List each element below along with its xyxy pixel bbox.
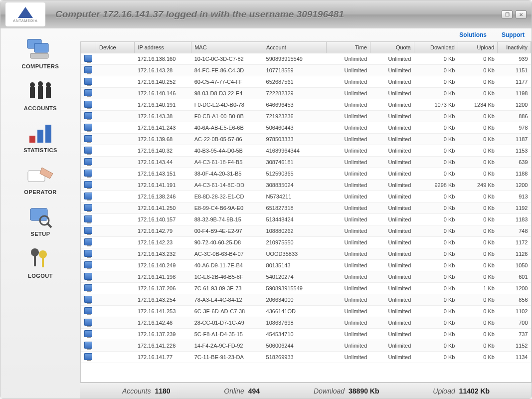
cell-quota: Unlimited	[370, 236, 414, 248]
cell-device	[96, 317, 135, 328]
cell-ip: 172.16.141.250	[135, 202, 191, 213]
cell-time: Unlimited	[326, 259, 370, 271]
table-row[interactable]: 172.16.137.2395C-F8-A1-D4-35-15454534710…	[81, 328, 531, 340]
cell-download: 0 Kb	[414, 202, 458, 213]
cell-upload: 0 Kb	[458, 64, 497, 76]
table-row[interactable]: 172.16.143.15138-0F-4A-20-31-B5512590365…	[81, 168, 531, 179]
cell-upload: 0 Kb	[458, 328, 497, 340]
table-row[interactable]: 172.16.142.4628-CC-01-D7-1C-A9108637698U…	[81, 317, 531, 328]
cell-icon	[81, 328, 96, 340]
table-row[interactable]: 172.16.141.22614-F4-2A-9C-FD-92506006244…	[81, 340, 531, 351]
cell-mac: 14-F4-2A-9C-FD-92	[191, 340, 263, 351]
table-row[interactable]: 172.16.143.232AC-3C-0B-63-B4-07UOOD35833…	[81, 248, 531, 259]
cell-ip: 172.16.142.79	[135, 225, 191, 236]
table-row[interactable]: 172.16.138.246E8-8D-28-32-E1-CDN5734211U…	[81, 191, 531, 202]
support-link[interactable]: Support	[502, 31, 525, 38]
table-row[interactable]: 172.16.141.2536C-3E-6D-AD-C7-384366141OD…	[81, 305, 531, 317]
sidebar-item-computers[interactable]: COMPUTERS	[0, 35, 80, 71]
cell-device	[96, 145, 135, 156]
sidebar-item-operator[interactable]: OPERATOR	[0, 161, 80, 197]
col-account[interactable]: Account	[263, 42, 327, 53]
cell-icon	[81, 305, 96, 317]
cell-download: 0 Kb	[414, 122, 458, 133]
table-row[interactable]: 172.16.140.14698-03-D8-D3-22-E4722282329…	[81, 87, 531, 99]
col-device[interactable]: Device	[96, 42, 135, 53]
logo: ANTAMEDIA	[5, 2, 45, 26]
sidebar-item-accounts[interactable]: ACCOUNTS	[0, 77, 80, 113]
cell-time: Unlimited	[326, 110, 370, 122]
col-quota[interactable]: Quota	[370, 42, 414, 53]
cell-icon	[81, 340, 96, 351]
cell-ip: 172.16.143.232	[135, 248, 191, 259]
cell-quota: Unlimited	[370, 317, 414, 328]
table-row[interactable]: 172.16.141.1981C-E6-2B-46-B5-8F540120274…	[81, 271, 531, 282]
cell-quota: Unlimited	[370, 294, 414, 305]
cell-inactivity: 737	[498, 328, 531, 340]
top-links: Solutions Support	[80, 28, 532, 41]
solutions-link[interactable]: Solutions	[459, 31, 487, 38]
cell-upload: 0 Kb	[458, 236, 497, 248]
table-row[interactable]: 172.16.140.3240-B3-95-4A-D0-5B4168996434…	[81, 145, 531, 156]
table-row[interactable]: 172.16.141.250E8-99-C4-B6-9A-E0651827318…	[81, 202, 531, 213]
table-row[interactable]: 172.16.142.7900-F4-B9-4E-E2-97108880262U…	[81, 225, 531, 236]
content: Solutions Support Device IP address MAC …	[80, 28, 532, 399]
col-download[interactable]: Download	[414, 42, 458, 53]
sidebar-item-setup[interactable]: SETUP	[0, 203, 80, 239]
cell-device	[96, 179, 135, 191]
col-blank[interactable]	[81, 42, 96, 53]
table-row[interactable]: 172.16.140.24940-A6-D9-11-7E-B480135143U…	[81, 259, 531, 271]
col-inactivity[interactable]: Inactivity	[498, 42, 531, 53]
table-scroll[interactable]: Device IP address MAC Account Time Quota…	[80, 41, 532, 383]
cell-icon	[81, 87, 96, 99]
table-row[interactable]: 172.16.143.44A4-C3-61-18-F4-B5308746181U…	[81, 156, 531, 168]
col-upload[interactable]: Upload	[458, 42, 497, 53]
cell-account: 4366141OD	[263, 305, 327, 317]
maximize-button[interactable]: ❐	[502, 10, 513, 18]
table-row[interactable]: 172.16.143.38F0-CB-A1-00-B0-8B721923236U…	[81, 110, 531, 122]
cell-mac: 7C-61-93-09-3E-73	[191, 282, 263, 294]
logo-text: ANTAMEDIA	[13, 19, 37, 22]
table-row[interactable]: 172.16.141.777C-11-BE-91-23-DA518269933U…	[81, 351, 531, 363]
sidebar-item-statistics[interactable]: STATISTICS	[0, 119, 80, 155]
table-row[interactable]: 172.16.142.2390-72-40-60-25-D8210975550U…	[81, 236, 531, 248]
table-row[interactable]: 172.16.139.68AC-22-0B-05-57-86978503333U…	[81, 133, 531, 145]
cell-mac: 6C-3E-6D-AD-C7-38	[191, 305, 263, 317]
cell-ip: 172.16.141.77	[135, 351, 191, 363]
monitor-icon	[84, 170, 92, 177]
table-row[interactable]: 172.16.140.191F0-DC-E2-4D-B0-78646696453…	[81, 99, 531, 110]
table-row[interactable]: 172.16.137.2067C-61-93-09-3E-73590893915…	[81, 282, 531, 294]
table-row[interactable]: 172.16.141.191A4-C3-61-14-8C-DD308835024…	[81, 179, 531, 191]
close-button[interactable]: ✕	[516, 10, 527, 18]
cell-inactivity: 1151	[498, 64, 531, 76]
col-ip[interactable]: IP address	[135, 42, 191, 53]
table-row[interactable]: 172.16.140.15788-32-9B-74-9B-15513448424…	[81, 213, 531, 225]
cell-quota: Unlimited	[370, 340, 414, 351]
cell-account: 651827318	[263, 202, 327, 213]
cell-icon	[81, 282, 96, 294]
cell-time: Unlimited	[326, 282, 370, 294]
status-upload: Upload 11402 Kb	[433, 387, 490, 395]
status-download: Download 38890 Kb	[314, 387, 379, 395]
cell-upload: 0 Kb	[458, 317, 497, 328]
monitor-icon	[84, 78, 92, 85]
cell-device	[96, 191, 135, 202]
table-row[interactable]: 172.16.143.2884-FC-FE-86-C4-3D107718559U…	[81, 64, 531, 76]
cell-time: Unlimited	[326, 213, 370, 225]
sidebar-item-logout[interactable]: LOGOUT	[0, 245, 80, 281]
table-row[interactable]: 172.16.138.16010-1C-0C-3D-C7-82590893915…	[81, 53, 531, 64]
table-row[interactable]: 172.16.140.25260-C5-47-77-C4-FF652687561…	[81, 76, 531, 87]
cell-download: 0 Kb	[414, 87, 458, 99]
cell-device	[96, 122, 135, 133]
cell-icon	[81, 179, 96, 191]
col-time[interactable]: Time	[326, 42, 370, 53]
cell-account: UOOD35833	[263, 248, 327, 259]
cell-mac: F0-CB-A1-00-B0-8B	[191, 110, 263, 122]
col-mac[interactable]: MAC	[191, 42, 263, 53]
cell-download: 0 Kb	[414, 328, 458, 340]
cell-quota: Unlimited	[370, 53, 414, 64]
sidebar-item-label: ACCOUNTS	[0, 105, 80, 111]
cell-download: 0 Kb	[414, 64, 458, 76]
cell-time: Unlimited	[326, 351, 370, 363]
table-row[interactable]: 172.16.143.25478-A3-E4-4C-84-12206634000…	[81, 294, 531, 305]
table-row[interactable]: 172.16.141.24340-6A-AB-E5-E6-6B506460443…	[81, 122, 531, 133]
